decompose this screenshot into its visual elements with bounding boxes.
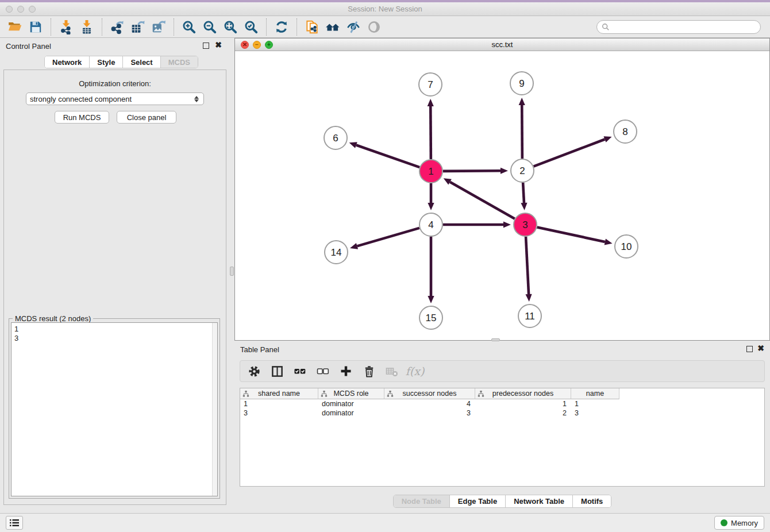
criterion-selected-value: strongly connected component: [30, 95, 194, 103]
save-session-button[interactable]: [25, 18, 46, 36]
table-row[interactable]: 3dominator323: [240, 408, 764, 418]
network-view-titlebar[interactable]: ✕ − + scc.txt: [235, 38, 769, 51]
criterion-select[interactable]: strongly connected component: [26, 92, 204, 105]
search-input[interactable]: [610, 23, 756, 32]
table-tabs: Node Table Edge Table Network Table Moti…: [234, 495, 770, 508]
graph-edge-4-3[interactable]: [443, 221, 511, 228]
tab-style[interactable]: Style: [90, 56, 123, 68]
table-cell[interactable]: 1: [475, 399, 571, 408]
node-table-body: 1dominator4113dominator323: [240, 399, 764, 418]
graph-node-label: 11: [525, 311, 535, 322]
mcds-result-list[interactable]: 1 3: [11, 322, 218, 496]
graph-edge-1-7[interactable]: [428, 99, 434, 159]
graph-edge-1-2[interactable]: [443, 168, 508, 174]
column-header-successor-nodes[interactable]: successor nodes: [384, 388, 475, 399]
column-header-predecessor-nodes[interactable]: predecessor nodes: [475, 388, 571, 399]
add-row-button[interactable]: [339, 364, 353, 379]
zoom-fit-button[interactable]: [220, 18, 241, 36]
show-column-button[interactable]: [270, 364, 284, 379]
table-cell[interactable]: 2: [475, 408, 571, 418]
deselect-all-button[interactable]: [316, 364, 330, 379]
vertical-splitter-handle[interactable]: [230, 267, 234, 276]
graph-edge-3-11[interactable]: [525, 237, 532, 302]
graph-edge-2-9[interactable]: [519, 98, 525, 159]
network-canvas[interactable]: 7968124314101511: [235, 51, 769, 340]
tab-edge-table[interactable]: Edge Table: [450, 495, 506, 507]
import-table-button[interactable]: [76, 18, 97, 36]
graph-node-8[interactable]: 8: [614, 120, 637, 143]
float-panel-icon[interactable]: [746, 346, 753, 352]
column-header-MCDS-role[interactable]: MCDS role: [318, 388, 384, 399]
graph-node-4[interactable]: 4: [419, 213, 442, 236]
table-cell[interactable]: 3: [384, 408, 475, 418]
tab-select[interactable]: Select: [123, 56, 160, 68]
column-header-shared-name[interactable]: shared name: [240, 388, 318, 399]
close-panel-icon[interactable]: ✖: [215, 41, 222, 49]
network-overview-button[interactable]: [322, 18, 343, 36]
hide-graphics-button[interactable]: [343, 18, 364, 36]
table-cell[interactable]: 3: [571, 408, 619, 418]
zoom-out-button[interactable]: [199, 18, 220, 36]
select-all-button[interactable]: [293, 364, 307, 379]
table-cell[interactable]: 1: [571, 399, 619, 408]
tab-network-table[interactable]: Network Table: [506, 495, 573, 507]
import-network-button[interactable]: [56, 18, 76, 36]
graph-node-9[interactable]: 9: [510, 72, 533, 95]
tab-mcds[interactable]: MCDS: [161, 56, 198, 68]
table-row[interactable]: 1dominator411: [240, 399, 764, 408]
graph-node-7[interactable]: 7: [419, 73, 442, 96]
task-history-button[interactable]: [6, 516, 23, 530]
memory-button[interactable]: Memory: [714, 516, 764, 530]
table-cell[interactable]: 1: [240, 399, 318, 408]
graph-edge-1-4[interactable]: [428, 183, 434, 210]
graph-node-2[interactable]: 2: [511, 159, 534, 182]
graph-node-3[interactable]: 3: [514, 213, 537, 236]
export-image-button[interactable]: [148, 18, 169, 36]
delete-table-button[interactable]: [385, 364, 399, 379]
control-panel-tabs: Network Style Select MCDS: [44, 56, 198, 68]
show-graphics-button[interactable]: [364, 18, 384, 36]
graph-node-14[interactable]: 14: [325, 241, 348, 264]
table-cell[interactable]: 3: [240, 408, 318, 418]
table-cell[interactable]: 4: [384, 399, 475, 408]
open-session-button[interactable]: [5, 18, 25, 36]
tab-network[interactable]: Network: [45, 56, 90, 68]
export-network-button[interactable]: [107, 18, 128, 36]
horizontal-splitter-handle[interactable]: [491, 338, 500, 341]
column-header-name[interactable]: name: [571, 388, 619, 399]
graph-edge-4-14[interactable]: [350, 228, 419, 249]
table-settings-button[interactable]: [247, 364, 261, 379]
graph-edge-2-8[interactable]: [534, 136, 612, 166]
close-panel-button[interactable]: Close panel: [117, 111, 176, 124]
graph-node-6[interactable]: 6: [324, 126, 347, 149]
graph-edge-2-3[interactable]: [521, 183, 527, 210]
tab-motifs[interactable]: Motifs: [573, 495, 611, 507]
status-bar: Memory: [0, 513, 770, 532]
delete-row-button[interactable]: [362, 364, 376, 379]
refresh-layout-icon: [274, 20, 289, 34]
zoom-selected-button[interactable]: [241, 18, 261, 36]
graph-node-15[interactable]: 15: [419, 306, 442, 329]
table-cell[interactable]: dominator: [318, 399, 384, 408]
float-panel-icon[interactable]: [203, 43, 209, 49]
graph-edge-3-10[interactable]: [537, 227, 613, 245]
result-scrollbar[interactable]: [212, 323, 217, 496]
tab-node-table[interactable]: Node Table: [394, 495, 450, 507]
memory-label: Memory: [731, 519, 758, 527]
search-field[interactable]: [596, 20, 761, 34]
graph-node-1[interactable]: 1: [419, 160, 442, 183]
zoom-in-button[interactable]: [179, 18, 199, 36]
graph-node-10[interactable]: 10: [615, 235, 638, 258]
table-cell[interactable]: dominator: [318, 408, 384, 418]
close-panel-icon[interactable]: ✖: [757, 344, 764, 352]
function-builder-button[interactable]: f(x): [408, 364, 422, 379]
apply-layout-button[interactable]: [271, 18, 292, 36]
graph-edge-1-6[interactable]: [349, 142, 420, 167]
run-mcds-button[interactable]: Run MCDS: [55, 111, 109, 124]
graph-edge-4-15[interactable]: [428, 237, 434, 303]
graph-edge-3-1[interactable]: [444, 178, 515, 218]
duplicate-network-button[interactable]: [302, 18, 322, 36]
export-table-button[interactable]: [128, 18, 148, 36]
graph-node-label: 2: [519, 165, 525, 176]
graph-node-11[interactable]: 11: [518, 304, 541, 327]
